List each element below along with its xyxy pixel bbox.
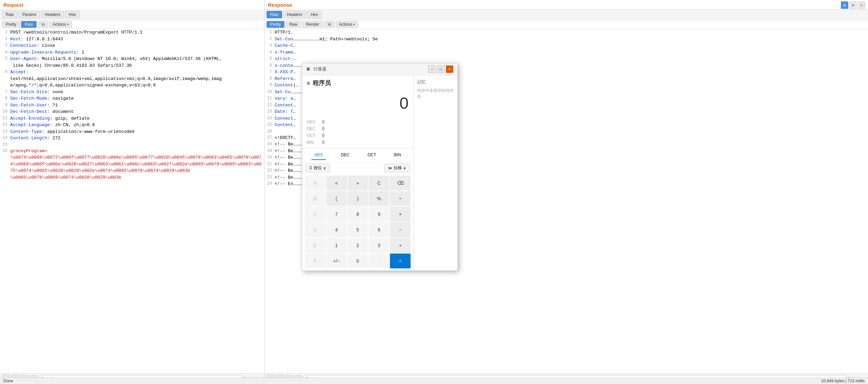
hamburger-icon[interactable]: ≡: [307, 79, 310, 87]
calculator-window: 🖩 计算器 − □ × ≡ 程序员: [302, 63, 458, 271]
split-view-icon[interactable]: ⊞: [841, 1, 848, 9]
left-panel: Request Raw Params Headers Hex Pretty Ra…: [0, 0, 264, 384]
table-row: 1 POST /webtools/control/main/ProgramExp…: [0, 29, 264, 36]
calc-btn-equals[interactable]: =: [390, 254, 411, 268]
calc-btn-divide[interactable]: ÷: [390, 191, 411, 206]
calc-btn-7[interactable]: 7: [326, 207, 347, 222]
request-content[interactable]: 1 POST /webtools/control/main/ProgramExp…: [0, 29, 264, 373]
subtab-raw-req[interactable]: Raw: [21, 21, 37, 28]
mode-hex[interactable]: HEX: [311, 150, 327, 160]
hex-row-bin: BIN 0: [307, 139, 409, 145]
table-row: 2 Set-Coo…………………………m1; Path=/webtools; S…: [264, 36, 868, 43]
subtab-pretty-req[interactable]: Pretty: [2, 21, 20, 28]
status-right: 10,649 bytes | 713 millis: [821, 379, 865, 383]
calc-btn-backspace[interactable]: ⌫: [390, 176, 411, 190]
calc-btn-decimal[interactable]: .: [369, 254, 389, 268]
response-content[interactable]: 1 HTTP/1. 2 Set-Coo…………………………m1; Path=/w…: [264, 29, 868, 373]
calculator-mode-bar: HEX DEC OCT BIN: [302, 148, 413, 162]
tab-headers-resp[interactable]: Headers: [283, 11, 306, 18]
calc-btn-open-paren[interactable]: (: [326, 191, 347, 206]
tab-headers-req[interactable]: Headers: [41, 11, 64, 18]
calc-btn-F[interactable]: F: [305, 254, 326, 268]
request-tab-bar: Raw Params Headers Hex: [0, 9, 264, 20]
status-left: Done: [3, 379, 13, 383]
actions-dropdown-resp[interactable]: Actions ▾: [336, 21, 358, 28]
calc-btn-8[interactable]: 8: [348, 207, 368, 222]
maximize-button[interactable]: □: [437, 65, 445, 73]
calc-btn-9[interactable]: 9: [369, 207, 389, 222]
subtab-ln-resp[interactable]: \n: [324, 21, 335, 28]
hex-row-oct: OCT 0: [307, 133, 409, 139]
single-view-icon[interactable]: □: [858, 1, 865, 9]
table-row: 4 Upgrade-Insecure-Requests: 1: [0, 49, 264, 56]
shift-dropdown[interactable]: ≫ 位移 ∨: [384, 164, 410, 172]
calc-btn-0[interactable]: 0: [348, 254, 368, 268]
tab-raw-req[interactable]: Raw: [2, 11, 18, 18]
table-row: 5 User-Agent: Mozilla/5.0 (Windows NT 10…: [0, 56, 264, 62]
calc-btn-A-top[interactable]: A: [305, 176, 326, 190]
bitwise-chevron: ∨: [323, 166, 326, 170]
bitwise-dropdown[interactable]: ⠿ 按位 ∨: [305, 164, 330, 172]
hex-row-hex: HEX 0: [307, 119, 409, 125]
minimize-button[interactable]: −: [428, 65, 436, 73]
table-row: 8 Sec-Fetch-Mode: navigate: [0, 95, 264, 102]
table-row: 4 x-frame…: [264, 49, 868, 56]
calc-btn-C[interactable]: C: [305, 207, 326, 222]
memory-title: 记忆: [417, 79, 454, 85]
shift-label: 位移: [394, 165, 402, 171]
calc-btn-subtract[interactable]: −: [390, 222, 411, 237]
tab-hex-resp[interactable]: Hex: [307, 11, 321, 18]
calc-btn-D[interactable]: D: [305, 222, 326, 237]
calculator-memory-panel: 记忆 内存中未保存任何内容。: [413, 75, 457, 270]
tab-params[interactable]: Params: [19, 11, 40, 18]
bitwise-label: 按位: [314, 165, 322, 171]
calc-btn-E[interactable]: E: [305, 238, 326, 253]
actions-dropdown-req[interactable]: Actions ▾: [50, 21, 72, 28]
response-tab-bar: Raw Headers Hex: [264, 9, 868, 20]
calc-btn-rshift[interactable]: »: [348, 176, 368, 190]
calc-btn-negate[interactable]: +/−: [326, 254, 347, 268]
hex-row-dec: DEC 0: [307, 126, 409, 132]
close-button[interactable]: ×: [446, 65, 453, 73]
request-title: Request: [0, 0, 27, 9]
chevron-down-icon: ▾: [67, 23, 69, 26]
calc-btn-clear[interactable]: C: [369, 176, 389, 190]
subtab-ln-req[interactable]: \n: [38, 21, 48, 28]
table-row: 7 Sec-Fetch-Site: none: [0, 89, 264, 96]
subtab-raw-resp[interactable]: Raw: [285, 21, 301, 28]
subtab-pretty-resp[interactable]: Pretty: [267, 21, 284, 28]
mode-oct[interactable]: OCT: [364, 150, 379, 160]
calc-btn-lshift[interactable]: «: [326, 176, 347, 190]
calc-btn-1[interactable]: 1: [326, 238, 347, 253]
table-row: 15: [0, 142, 264, 148]
calc-btn-4[interactable]: 4: [326, 222, 347, 237]
memory-empty-text: 内存中未保存任何内容。: [417, 87, 454, 100]
calc-btn-2[interactable]: 2: [348, 238, 368, 253]
calc-btn-multiply[interactable]: ×: [390, 207, 411, 222]
actions-label-resp: Actions: [339, 22, 352, 27]
tab-raw-resp[interactable]: Raw: [267, 11, 282, 18]
list-view-icon[interactable]: ≡: [849, 1, 857, 9]
mode-dec[interactable]: DEC: [337, 150, 353, 160]
calc-btn-5[interactable]: 5: [348, 222, 368, 237]
mode-bin[interactable]: BIN: [391, 150, 404, 160]
calc-btn-6[interactable]: 6: [369, 222, 389, 237]
calc-btn-add[interactable]: +: [390, 238, 411, 253]
response-sub-tab-bar: Pretty Raw Render \n Actions ▾: [264, 20, 868, 29]
table-row: 10 Sec-Fetch-Dest: document: [0, 108, 264, 115]
subtab-render-resp[interactable]: Render: [302, 21, 323, 28]
table-row: 16 groovyProgram=\u0074\u0068\u0072\u006…: [0, 148, 264, 181]
tab-hex-req[interactable]: Hex: [65, 11, 80, 18]
table-row: 13 Content-Type: application/x-www-form-…: [0, 128, 264, 135]
calculator-display: 0: [302, 88, 413, 119]
table-row: 9 Sec-Fetch-User: ?1: [0, 102, 264, 109]
table-row: 6 Accept:: [0, 69, 264, 76]
calc-btn-B[interactable]: B: [305, 191, 326, 206]
calc-btn-3[interactable]: 3: [369, 238, 389, 253]
table-row: text/html,application/xhtml+xml,applicat…: [0, 76, 264, 82]
calculator-title: 计算器: [313, 66, 327, 73]
calc-btn-close-paren[interactable]: ): [348, 191, 368, 206]
calculator-left: ≡ 程序员 0 HEX 0 DEC: [302, 75, 413, 270]
calc-btn-percent[interactable]: %: [369, 191, 389, 206]
request-sub-tab-bar: Pretty Raw \n Actions ▾: [0, 20, 264, 29]
